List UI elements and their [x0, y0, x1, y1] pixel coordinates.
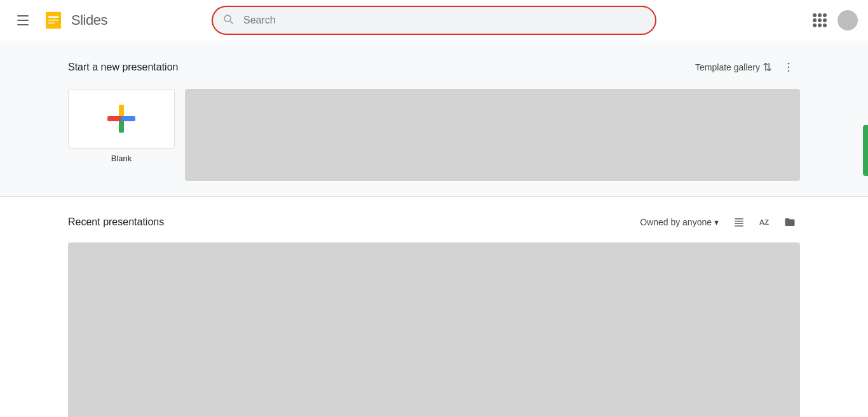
svg-rect-9 [735, 223, 743, 225]
svg-point-4 [788, 63, 790, 65]
chevron-updown-icon: ⇅ [763, 60, 772, 74]
svg-text:AZ: AZ [759, 218, 770, 226]
svg-rect-7 [735, 218, 743, 220]
blank-template: Blank [68, 89, 175, 181]
plus-icon [107, 105, 135, 133]
section-header: Start a new presentation Template galler… [68, 56, 800, 79]
owned-by-button[interactable]: Owned by anyone ▾ [640, 217, 719, 227]
svg-rect-10 [735, 225, 743, 227]
template-gallery-area[interactable] [185, 89, 800, 181]
thumbnails-row: Blank [68, 89, 800, 181]
dropdown-arrow-icon: ▾ [714, 217, 719, 227]
list-view-button[interactable] [729, 212, 749, 232]
recent-actions: Owned by anyone ▾ AZ [640, 212, 800, 232]
app-logo [41, 8, 66, 33]
recent-section-title: Recent presentations [68, 216, 164, 228]
scrollbar-indicator[interactable] [863, 125, 868, 176]
owned-by-label: Owned by anyone [640, 217, 712, 227]
app-name: Slides [71, 12, 107, 29]
recent-presentations-grid[interactable] [68, 242, 800, 417]
menu-button[interactable] [10, 8, 36, 33]
folder-button[interactable] [780, 212, 800, 232]
more-options-button[interactable] [777, 56, 800, 79]
blank-card[interactable] [68, 89, 175, 149]
hamburger-icon [17, 15, 29, 25]
section-actions: Template gallery ⇅ [695, 56, 800, 79]
new-section-title: Start a new presentation [68, 62, 178, 73]
sort-button[interactable]: AZ [754, 212, 775, 232]
template-gallery-label: Template gallery [695, 62, 760, 72]
view-icons: AZ [729, 212, 800, 232]
svg-point-6 [788, 70, 790, 72]
header-left: Slides [10, 8, 137, 33]
avatar[interactable] [837, 10, 858, 30]
svg-rect-2 [48, 20, 58, 21]
recent-section-inner: Recent presentations Owned by anyone ▾ [53, 212, 815, 417]
template-gallery-button[interactable]: Template gallery ⇅ [695, 60, 772, 74]
new-section-inner: Start a new presentation Template galler… [53, 56, 815, 181]
svg-rect-8 [735, 221, 743, 222]
apps-button[interactable] [807, 8, 832, 33]
app-header: Slides [0, 0, 868, 41]
new-presentation-section: Start a new presentation Template galler… [0, 41, 868, 181]
search-container [212, 6, 656, 35]
recent-header: Recent presentations Owned by anyone ▾ [68, 212, 800, 232]
search-icon [222, 13, 234, 28]
grid-icon [813, 13, 827, 27]
svg-rect-1 [48, 16, 58, 18]
blank-label: Blank [111, 154, 132, 163]
svg-rect-3 [48, 22, 55, 23]
header-right [731, 8, 858, 33]
search-input[interactable] [212, 6, 656, 35]
recent-presentations-section: Recent presentations Owned by anyone ▾ [0, 197, 868, 417]
svg-point-5 [788, 67, 790, 69]
